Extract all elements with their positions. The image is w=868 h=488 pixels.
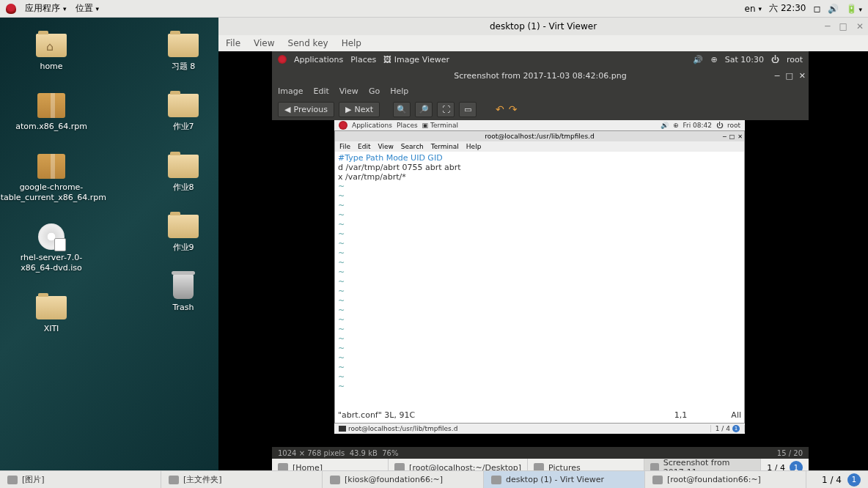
virt-viewport: Applications Places 🖼 Image Viewer 🔊 ⊕ S… <box>218 51 868 470</box>
imgv-titlebar[interactable]: Screenshot from 2017-11-03 08:42:06.png … <box>272 67 809 84</box>
folder-home-icon <box>36 32 67 59</box>
vm-clock[interactable]: Sat 10:30 <box>725 55 764 64</box>
vm-places-menu[interactable]: Places <box>350 55 376 64</box>
desktop-icon[interactable]: Trash <box>139 273 227 313</box>
nested-top-panel: Applications Places ▣ Terminal 🔊 ⊕ Fri 0… <box>334 120 745 130</box>
desktop-icon[interactable]: 作业7 <box>139 92 227 132</box>
maximize-icon[interactable]: □ <box>839 21 847 32</box>
icon-label: 作业8 <box>173 182 194 193</box>
imgv-statusbar: 1024 × 768 pixels 43.9 kB 76% 15 / 20 <box>272 447 809 459</box>
taskbar-item[interactable]: [kiosk@foundation66:~] <box>323 471 484 488</box>
distro-logo-icon <box>6 4 16 14</box>
window-icon <box>491 476 501 484</box>
icon-label: 习题 8 <box>172 62 196 72</box>
taskbar-item[interactable]: [root@foundation66:~] <box>645 471 806 488</box>
previous-button[interactable]: ◀ Previous <box>278 102 334 117</box>
lang-indicator[interactable]: en <box>745 4 762 14</box>
workspace-badge: 1 <box>732 425 740 432</box>
zoom-fit-icon[interactable]: ⛶ <box>437 102 455 117</box>
rotate-left-icon[interactable]: ↶ <box>496 103 504 115</box>
menu-view[interactable]: View <box>254 38 274 48</box>
next-button[interactable]: ▶ Next <box>339 102 380 117</box>
notification-icon[interactable]: ◻ <box>814 4 821 14</box>
desktop[interactable]: homeatom.x86_64.rpmgoogle-chrome-stable_… <box>0 18 218 470</box>
workspace-badge[interactable]: 1 <box>847 473 861 487</box>
desktop-icon[interactable]: XITI <box>7 295 95 334</box>
power-icon[interactable]: ⏻ <box>771 55 779 64</box>
menu-edit[interactable]: Edit <box>313 86 328 96</box>
icon-label: atom.x86_64.rpm <box>15 122 87 132</box>
minimize-icon: ─ <box>723 133 727 140</box>
taskbar-item[interactable]: desktop (1) - Virt Viewer <box>484 471 645 488</box>
folder-icon <box>168 32 199 59</box>
desktop-icon[interactable]: rhel-server-7.0-x86_64-dvd.iso <box>7 223 95 274</box>
battery-icon[interactable]: 🔋 <box>846 4 862 14</box>
menu-help[interactable]: Help <box>390 86 408 96</box>
volume-icon[interactable]: 🔊 <box>828 4 839 14</box>
desktop-icon[interactable]: 习题 8 <box>139 32 227 72</box>
menu-view[interactable]: View <box>339 86 358 96</box>
trash-icon <box>168 273 199 300</box>
folder-icon <box>168 153 199 180</box>
package-icon <box>36 92 67 119</box>
window-icon <box>330 476 340 484</box>
folder-icon <box>36 295 67 321</box>
distro-logo-icon <box>278 55 287 64</box>
desktop-icon[interactable]: home <box>7 32 95 72</box>
terminal-titlebar: root@localhost:/usr/lib/tmpfiles.d ─□✕ <box>335 131 744 141</box>
menu-go[interactable]: Go <box>369 86 380 96</box>
vm-user[interactable]: root <box>787 55 803 64</box>
window-title: desktop (1) - Virt Viewer <box>490 21 597 32</box>
minimize-icon[interactable]: ─ <box>775 71 780 81</box>
menu-terminal: Terminal <box>431 143 459 150</box>
workspace-indicator: 1 / 4 <box>822 475 842 485</box>
virt-menubar: FileViewSend keyHelp <box>218 35 868 51</box>
menu-search: Search <box>401 143 424 150</box>
clock[interactable]: 六 22:30 <box>769 2 806 15</box>
close-icon[interactable]: ✕ <box>799 71 806 81</box>
desktop-icon[interactable]: 作业8 <box>139 153 227 193</box>
places-menu[interactable]: 位置 <box>76 2 100 15</box>
zoom-normal-icon[interactable]: ▭ <box>459 102 477 117</box>
desktop-icon[interactable]: atom.x86_64.rpm <box>7 92 95 132</box>
image-viewer-window: Screenshot from 2017-11-03 08:42:06.png … <box>272 67 809 476</box>
window-titlebar[interactable]: desktop (1) - Virt Viewer ─ □ ✕ <box>218 18 868 35</box>
applications-menu[interactable]: 应用程序 <box>25 2 67 15</box>
nested-apps-menu: Applications <box>352 122 392 129</box>
menu-help: Help <box>466 143 482 150</box>
network-icon[interactable]: ⊕ <box>710 55 717 64</box>
menu-image[interactable]: Image <box>278 86 303 96</box>
maximize-icon[interactable]: □ <box>785 71 792 81</box>
imgv-menubar: ImageEditViewGoHelp <box>272 84 809 98</box>
window-icon <box>7 476 18 484</box>
vm-top-panel: Applications Places 🖼 Image Viewer 🔊 ⊕ S… <box>272 51 809 67</box>
vm-applications-menu[interactable]: Applications <box>294 55 343 64</box>
nested-user: root <box>727 122 740 129</box>
rotate-right-icon[interactable]: ↷ <box>509 103 518 115</box>
zoom-in-icon[interactable]: 🔍 <box>393 102 411 117</box>
nested-terminal-indicator: ▣ Terminal <box>422 122 458 129</box>
menu-file[interactable]: File <box>226 38 240 48</box>
terminal-menubar: FileEditViewSearchTerminalHelp <box>335 141 744 152</box>
menu-sendkey[interactable]: Send key <box>288 38 328 48</box>
close-icon: ✕ <box>738 133 743 140</box>
zoom-out-icon[interactable]: 🔎 <box>415 102 433 117</box>
vm-window-indicator[interactable]: 🖼 Image Viewer <box>383 55 449 64</box>
window-icon <box>169 476 179 484</box>
taskbar-item[interactable]: [主文件夹] <box>161 471 323 488</box>
volume-icon[interactable]: 🔊 <box>693 55 703 64</box>
minimize-icon[interactable]: ─ <box>825 21 830 32</box>
menu-file: File <box>339 143 350 150</box>
menu-help[interactable]: Help <box>342 38 361 48</box>
taskbar-item[interactable]: [图片] <box>0 471 161 488</box>
distro-logo-icon <box>339 121 347 130</box>
desktop-icon[interactable]: google-chrome-stable_current_x86_64.rpm <box>7 153 95 204</box>
menu-edit: Edit <box>358 143 370 150</box>
virt-viewer-window: desktop (1) - Virt Viewer ─ □ ✕ FileView… <box>218 18 868 470</box>
folder-icon <box>168 92 199 119</box>
imgv-toolbar: ◀ Previous ▶ Next 🔍 🔎 ⛶ ▭ ↶ ↷ <box>272 98 809 120</box>
imgv-canvas[interactable]: Applications Places ▣ Terminal 🔊 ⊕ Fri 0… <box>272 120 809 447</box>
close-icon[interactable]: ✕ <box>856 21 864 32</box>
terminal-content: #Type Path Mode UID GID d /var/tmp/abrt … <box>335 152 744 423</box>
desktop-icon[interactable]: 作业9 <box>139 213 227 253</box>
